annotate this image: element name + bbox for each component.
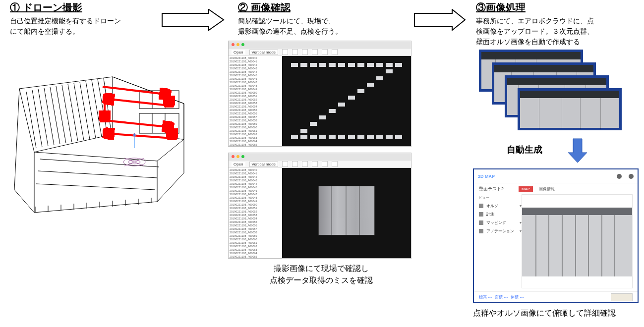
tool-button-6[interactable] — [332, 49, 338, 55]
list-item[interactable]: 20190221108_A00063 — [230, 136, 281, 140]
list-item[interactable]: 20190221108_A00051 — [230, 207, 281, 210]
tool-open-label[interactable]: Open — [232, 162, 245, 166]
minimize-icon[interactable] — [236, 155, 239, 158]
list-item[interactable]: 20190221108_A00065 — [230, 255, 281, 258]
step3-desc-l1: 事務所にて、エアロボクラウドに、点 — [476, 17, 594, 25]
tool-button-1[interactable] — [282, 161, 288, 167]
list-item[interactable]: 20190221108_A00040 — [230, 56, 281, 60]
list-item[interactable]: 20190221108_A00046 — [230, 189, 281, 193]
list-item[interactable]: 20190221108_A00058 — [230, 231, 281, 234]
list-item[interactable]: 20190221108_A00041 — [230, 172, 281, 175]
svg-line-1 — [32, 90, 42, 147]
tool-button-5[interactable] — [322, 161, 328, 167]
list-item[interactable]: 20190221108_A00064 — [230, 252, 281, 255]
cloud-logo: 2D MAP — [478, 174, 495, 179]
list-item[interactable]: 20190221108_A00044 — [230, 70, 281, 74]
list-item[interactable]: 20190221108_A00062 — [230, 133, 281, 136]
list-item[interactable]: 20190221108_A00063 — [230, 248, 281, 252]
maximize-icon[interactable] — [241, 43, 244, 46]
list-item[interactable]: 20190221108_A00047 — [230, 81, 281, 84]
tool-button-4[interactable] — [312, 49, 318, 55]
list-item[interactable]: 20190221108_A00051 — [230, 95, 281, 98]
tool-button-6[interactable] — [332, 161, 338, 167]
list-item[interactable]: 20190221108_A00052 — [230, 210, 281, 214]
list-item[interactable]: 20190221108_A00047 — [230, 193, 281, 196]
step2-caption-l1: 撮影画像にて現場で確認し — [274, 264, 369, 272]
list-item[interactable]: 20190221108_A00040 — [230, 168, 281, 172]
list-item[interactable]: 20190221108_A00059 — [230, 234, 281, 238]
down-arrow-icon — [567, 138, 588, 164]
image-preview-view[interactable] — [282, 168, 411, 258]
list-item[interactable]: 20190221108_A00062 — [230, 245, 281, 248]
svg-line-2 — [38, 89, 48, 146]
tab-map[interactable]: MAP — [519, 186, 533, 192]
list-item[interactable]: 20190221108_A00050 — [230, 203, 281, 207]
tool-button-2[interactable] — [292, 49, 298, 55]
list-item[interactable]: 20190221108_A00057 — [230, 115, 281, 119]
list-item[interactable]: 20190221108_A00060 — [230, 126, 281, 129]
list-item[interactable]: 20190221108_A00056 — [230, 224, 281, 227]
list-item[interactable]: 20190221108_A00055 — [230, 220, 281, 224]
tool-button-1[interactable] — [282, 49, 288, 55]
list-item[interactable]: 20190221108_A00065 — [230, 143, 281, 146]
close-icon[interactable] — [232, 155, 234, 158]
minimap[interactable] — [611, 293, 633, 301]
tool-button-2[interactable] — [292, 161, 298, 167]
project-name: 壁面テスト2 — [479, 186, 504, 192]
list-item[interactable]: 20190221108_A00048 — [230, 196, 281, 200]
image-file-list[interactable]: 20190221108_A0004020190221108_A000412019… — [229, 168, 282, 258]
sidebar-item-0[interactable]: オルソ▾ — [479, 203, 522, 209]
list-item[interactable]: 20190221108_A00061 — [230, 129, 281, 133]
maximize-icon[interactable] — [241, 155, 244, 158]
step3-title: ③画像処理 — [476, 1, 635, 14]
list-item[interactable]: 20190221108_A00045 — [230, 186, 281, 189]
list-item[interactable]: 20190221108_A00042 — [230, 63, 281, 67]
list-item[interactable]: 20190221108_A00061 — [230, 241, 281, 245]
list-item[interactable]: 20190221108_A00058 — [230, 119, 281, 122]
list-item[interactable]: 20190221108_A00048 — [230, 84, 281, 88]
list-item[interactable]: 20190221108_A00049 — [230, 200, 281, 203]
list-item[interactable]: 20190221108_A00060 — [230, 238, 281, 241]
svg-line-6 — [62, 85, 72, 142]
step2: ② 画像確認 簡易確認ツールにて、現場で、 撮影画像の過不足、点検を行う。 — [238, 1, 402, 37]
list-item[interactable]: 20190221108_A00055 — [230, 109, 281, 112]
tab-imageinfo[interactable]: 画像情報 — [536, 186, 558, 192]
tool-button-5[interactable] — [322, 49, 328, 55]
list-item[interactable]: 20190221108_A00056 — [230, 112, 281, 115]
list-item[interactable]: 20190221108_A00054 — [230, 217, 281, 220]
list-item[interactable]: 20190221108_A00053 — [230, 214, 281, 217]
tool-button-3[interactable] — [302, 161, 308, 167]
list-item[interactable]: 20190221108_A00049 — [230, 88, 281, 91]
user-icon[interactable] — [629, 174, 634, 179]
list-item[interactable]: 20190221108_A00046 — [230, 77, 281, 81]
list-item[interactable]: 20190221108_A00045 — [230, 74, 281, 77]
list-item[interactable]: 20190221108_A00042 — [230, 175, 281, 179]
list-item[interactable]: 20190221108_A00054 — [230, 105, 281, 109]
help-icon[interactable] — [617, 174, 622, 179]
ortho-view[interactable] — [522, 194, 633, 288]
close-icon[interactable] — [232, 43, 234, 46]
step2-desc-l1: 簡易確認ツールにて、現場で、 — [238, 17, 335, 25]
sidebar-item-1[interactable]: 計測 — [479, 212, 522, 217]
sidebar-item-2[interactable]: マッピング▾ — [479, 220, 522, 225]
tool-button-3[interactable] — [302, 49, 308, 55]
step2-desc-l2: 撮影画像の過不足、点検を行う。 — [238, 27, 342, 35]
list-item[interactable]: 20190221108_A00059 — [230, 122, 281, 126]
tool-open-label[interactable]: Open — [232, 50, 245, 54]
sidebar-item-3[interactable]: アノテーション▾ — [479, 228, 522, 234]
list-item[interactable]: 20190221108_A00044 — [230, 182, 281, 186]
list-item[interactable]: 20190221108_A00057 — [230, 227, 281, 231]
list-item[interactable]: 20190221108_A00041 — [230, 60, 281, 63]
minimize-icon[interactable] — [236, 43, 239, 46]
list-item[interactable]: 20190221108_A00052 — [230, 98, 281, 102]
list-item[interactable]: 20190221108_A00043 — [230, 179, 281, 182]
tool-button-4[interactable] — [312, 161, 318, 167]
list-item[interactable]: 20190221108_A00064 — [230, 140, 281, 143]
tool-mode-dropdown[interactable]: Vertical mode — [249, 50, 278, 55]
list-item[interactable]: 20190221108_A00053 — [230, 102, 281, 105]
list-item[interactable]: 20190221108_A00043 — [230, 67, 281, 70]
image-file-list[interactable]: 20190221108_A0004020190221108_A000412019… — [229, 56, 282, 146]
list-item[interactable]: 20190221108_A00050 — [230, 91, 281, 95]
point-cloud-view[interactable] — [282, 56, 411, 146]
tool-mode-dropdown[interactable]: Vertical mode — [249, 162, 278, 167]
